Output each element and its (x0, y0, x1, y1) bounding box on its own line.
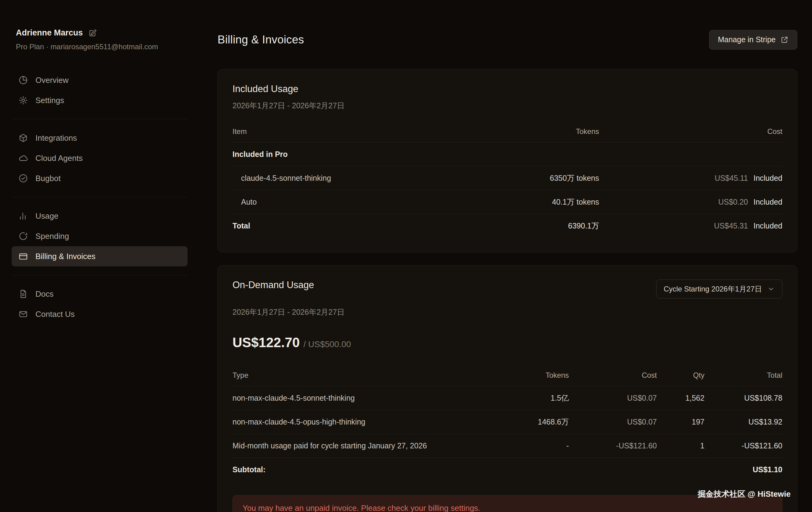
sidebar-item-label: Billing & Invoices (35, 252, 96, 261)
sidebar-item-bugbot[interactable]: Bugbot (11, 168, 187, 188)
included-badge: Included (753, 174, 782, 183)
table-header-row: Type Tokens Cost Qty Total (232, 365, 782, 386)
amount-row: US$122.70 / US$500.00 (232, 335, 782, 350)
row-cost: US$0.07 (569, 417, 657, 426)
sidebar-item-billing-invoices[interactable]: Billing & Invoices (11, 246, 187, 266)
credit-card-icon (18, 251, 28, 261)
spending-gauge-icon (18, 231, 28, 241)
cloud-icon (18, 153, 28, 163)
page-title: Billing & Invoices (218, 33, 304, 46)
table-row: Mid-month usage paid for cycle starting … (232, 434, 782, 458)
total-label: Total (232, 221, 446, 230)
included-badge: Included (753, 197, 782, 207)
table-group-row: Included in Pro (232, 142, 782, 166)
sidebar-divider (11, 197, 187, 197)
row-type: non-max-claude-4.5-opus-high-thinking (232, 417, 446, 426)
user-name: Adrienne Marcus (16, 28, 83, 37)
table-row: Auto 40.1万 tokens US$0.20 Included (232, 190, 782, 214)
sidebar-item-integrations[interactable]: Integrations (11, 128, 187, 148)
table-header-row: Item Tokens Cost (232, 121, 782, 142)
column-header-type: Type (232, 371, 446, 380)
package-icon (18, 133, 28, 143)
row-cost: US$45.11 Included (599, 174, 782, 183)
gear-icon (18, 96, 28, 105)
check-circle-icon (18, 173, 28, 183)
total-tokens: 6390.1万 (446, 221, 599, 231)
cost-value: US$0.20 (718, 197, 748, 207)
chevron-down-icon (767, 285, 775, 293)
row-tokens: 6350万 tokens (446, 173, 599, 183)
included-usage-card: Included Usage 2026年1月27日 - 2026年2月27日 I… (218, 69, 798, 252)
sidebar-nav: Overview Settings Integrati (11, 70, 187, 324)
edit-icon[interactable] (88, 29, 97, 37)
sidebar-item-docs[interactable]: Docs (11, 284, 187, 304)
total-cost: US$45.31 Included (599, 221, 782, 230)
table-row: non-max-claude-4.5-sonnet-thinking 1.5亿 … (232, 386, 782, 410)
manage-in-stripe-label: Manage in Stripe (718, 35, 776, 44)
table-subtotal-row: Subtotal: US$1.10 (232, 458, 782, 482)
group-label: Included in Pro (232, 150, 782, 159)
row-qty: 197 (657, 417, 704, 426)
row-tokens: 1468.6万 (446, 417, 569, 427)
included-usage-table: Item Tokens Cost Included in Pro claude-… (232, 121, 782, 238)
on-demand-amount: US$122.70 (232, 335, 300, 350)
row-item: Auto (232, 197, 446, 207)
sidebar-item-label: Contact Us (35, 309, 75, 319)
main-content: Billing & Invoices Manage in Stripe Incl… (190, 0, 812, 512)
sidebar-item-label: Usage (35, 211, 58, 221)
on-demand-usage-card: On-Demand Usage Cycle Starting 2026年1月27… (218, 265, 798, 512)
row-total: US$108.78 (704, 394, 782, 403)
sidebar-item-label: Docs (35, 289, 54, 299)
cycle-selector-label: Cycle Starting 2026年1月27日 (664, 284, 762, 294)
on-demand-header: On-Demand Usage Cycle Starting 2026年1月27… (232, 279, 782, 298)
document-icon (18, 289, 28, 299)
subtotal-value: US$1.10 (704, 465, 782, 474)
sidebar-item-spending[interactable]: Spending (11, 226, 187, 246)
included-usage-title: Included Usage (232, 83, 782, 95)
row-type: Mid-month usage paid for cycle starting … (232, 441, 446, 450)
sidebar-item-label: Settings (35, 96, 64, 105)
row-tokens: 1.5亿 (446, 393, 569, 403)
cost-value: US$45.31 (714, 221, 748, 230)
cost-value: US$45.11 (715, 174, 748, 183)
sidebar-item-usage[interactable]: Usage (11, 206, 187, 226)
sidebar-item-settings[interactable]: Settings (11, 90, 187, 110)
row-tokens: - (446, 441, 569, 450)
sidebar-item-cloud-agents[interactable]: Cloud Agents (11, 148, 187, 168)
table-row: non-max-claude-4.5-opus-high-thinking 14… (232, 410, 782, 434)
on-demand-title: On-Demand Usage (232, 279, 314, 291)
column-header-tokens: Tokens (446, 127, 599, 136)
row-qty: 1 (657, 441, 704, 450)
included-badge: Included (753, 221, 782, 230)
column-header-tokens: Tokens (446, 371, 569, 380)
column-header-item: Item (232, 127, 446, 136)
row-cost: US$0.07 (569, 394, 657, 403)
column-header-cost: Cost (599, 127, 782, 136)
app-window: Adrienne Marcus Pro Plan · mariarosagen5… (0, 0, 812, 512)
row-item: claude-4.5-sonnet-thinking (232, 174, 446, 183)
envelope-icon (18, 309, 28, 319)
pie-chart-icon (18, 75, 28, 85)
row-total: US$13.92 (704, 417, 782, 426)
row-cost: -US$121.60 (569, 441, 657, 450)
main-header: Billing & Invoices Manage in Stripe (218, 26, 798, 54)
on-demand-limit: / US$500.00 (303, 340, 351, 349)
sidebar-item-label: Overview (35, 76, 68, 85)
on-demand-date-range: 2026年1月27日 - 2026年2月27日 (232, 307, 782, 317)
included-usage-date-range: 2026年1月27日 - 2026年2月27日 (232, 101, 782, 111)
row-cost: US$0.20 Included (599, 197, 782, 207)
sidebar-item-overview[interactable]: Overview (11, 70, 187, 90)
cycle-selector-dropdown[interactable]: Cycle Starting 2026年1月27日 (656, 279, 783, 298)
table-total-row: Total 6390.1万 US$45.31 Included (232, 214, 782, 238)
manage-in-stripe-button[interactable]: Manage in Stripe (709, 30, 798, 50)
row-qty: 1,562 (657, 394, 704, 403)
sidebar-item-label: Spending (35, 232, 69, 241)
sidebar-item-label: Cloud Agents (35, 154, 83, 163)
sidebar-divider (11, 275, 187, 275)
bar-chart-icon (18, 211, 28, 221)
user-block: Adrienne Marcus Pro Plan · mariarosagen5… (16, 28, 187, 51)
watermark: 掘金技术社区 @ HiStewie (698, 489, 791, 500)
sidebar-item-contact-us[interactable]: Contact Us (11, 304, 187, 324)
column-header-cost: Cost (569, 371, 657, 380)
on-demand-table: Type Tokens Cost Qty Total non-max-claud… (232, 365, 782, 482)
